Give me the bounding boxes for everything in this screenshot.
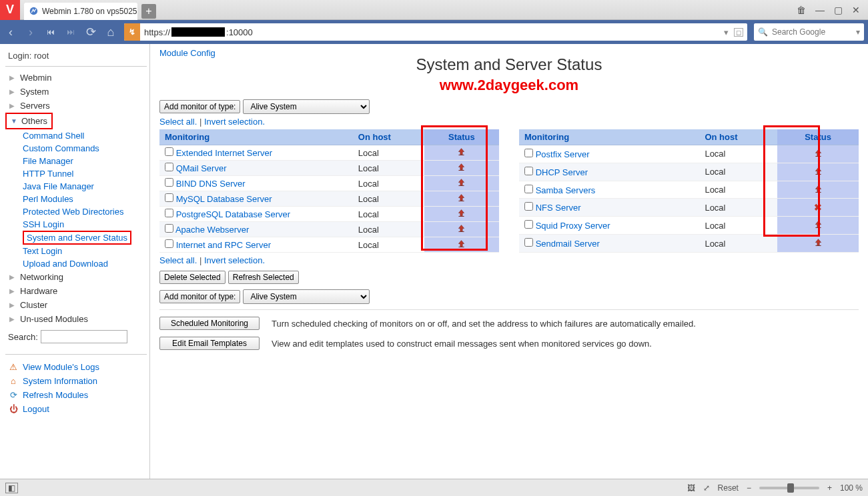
monitor-type-select-top[interactable]: Alive System — [243, 99, 370, 114]
sidebar-item-perl-modules[interactable]: Perl Modules — [23, 193, 147, 205]
monitor-link[interactable]: BIND DNS Server — [176, 179, 246, 189]
sidebar-item-protected-web-dirs[interactable]: Protected Web Directories — [23, 205, 147, 218]
invert-selection-link-bottom[interactable]: Invert selection. — [204, 255, 265, 265]
expand-icon[interactable]: ⤢ — [703, 483, 710, 493]
status-cell — [424, 145, 499, 161]
forward-button[interactable]: › — [24, 25, 37, 39]
delete-selected-button[interactable]: Delete Selected — [159, 271, 226, 284]
row-checkbox[interactable] — [524, 149, 533, 157]
bookmark-icon[interactable]: ◻ — [734, 28, 743, 37]
th-on-host[interactable]: On host — [353, 129, 424, 145]
select-all-link-top[interactable]: Select all. — [159, 117, 197, 127]
monitor-link[interactable]: Samba Servers — [536, 185, 596, 195]
search-label: Search: — [8, 332, 38, 342]
sidebar-item-text-login[interactable]: Text Login — [23, 245, 147, 257]
row-checkbox[interactable] — [165, 193, 173, 202]
table-row: DHCP ServerLocal — [519, 163, 859, 181]
row-checkbox[interactable] — [165, 147, 173, 156]
sidebar-item-system-server-status[interactable]: System and Server Status — [23, 231, 131, 245]
monitor-link[interactable]: Apache Webserver — [175, 225, 249, 235]
th-status[interactable]: Status — [424, 129, 499, 145]
tree-system[interactable]: ▶System — [5, 85, 147, 99]
monitor-link[interactable]: Internet and RPC Server — [176, 240, 271, 250]
tree-unused-modules[interactable]: ▶Un-used Modules — [5, 312, 147, 326]
tree-servers[interactable]: ▶Servers — [5, 99, 147, 113]
link-view-module-logs[interactable]: ⚠View Module's Logs — [5, 360, 147, 374]
sidebar-item-file-manager[interactable]: File Manager — [23, 155, 147, 167]
invert-selection-link-top[interactable]: Invert selection. — [204, 117, 265, 127]
panel-toggle-icon[interactable]: ◧ — [5, 483, 18, 493]
monitor-link[interactable]: PostgreSQL Database Server — [176, 209, 291, 219]
module-config-link[interactable]: Module Config — [159, 48, 215, 58]
minimize-button[interactable]: — — [815, 5, 825, 15]
sidebar-item-ssh-login[interactable]: SSH Login — [23, 218, 147, 231]
reload-button[interactable]: ⟳ — [84, 25, 97, 39]
row-checkbox[interactable] — [165, 209, 173, 217]
monitor-link[interactable]: NFS Server — [536, 203, 581, 213]
rewind-button[interactable]: ⏮ — [44, 27, 57, 37]
sidebar-item-custom-commands[interactable]: Custom Commands — [23, 142, 147, 155]
add-monitor-button-bottom[interactable]: Add monitor of type: — [159, 290, 240, 303]
refresh-selected-button[interactable]: Refresh Selected — [228, 271, 299, 284]
maximize-button[interactable]: ▢ — [834, 5, 843, 15]
back-button[interactable]: ‹ — [4, 25, 17, 39]
monitor-link[interactable]: Postfix Server — [536, 149, 590, 159]
tree-cluster[interactable]: ▶Cluster — [5, 298, 147, 312]
link-refresh-modules[interactable]: ⟳Refresh Modules — [5, 388, 147, 402]
row-checkbox[interactable] — [524, 238, 533, 247]
th-monitoring[interactable]: Monitoring — [159, 129, 353, 145]
th-on-host[interactable]: On host — [699, 129, 777, 145]
image-icon[interactable]: 🖼 — [687, 483, 695, 493]
row-checkbox[interactable] — [524, 185, 533, 193]
address-bar[interactable]: ↯ https:// :10000 ▾ ◻ — [124, 23, 747, 41]
monitor-type-select-bottom[interactable]: Alive System — [243, 289, 370, 304]
dropdown-icon[interactable]: ▾ — [724, 27, 729, 37]
zoom-reset[interactable]: Reset — [718, 483, 739, 493]
sidebar-item-http-tunnel[interactable]: HTTP Tunnel — [23, 167, 147, 180]
sidebar-item-command-shell[interactable]: Command Shell — [23, 129, 147, 142]
zoom-slider[interactable] — [759, 487, 819, 489]
row-checkbox[interactable] — [524, 220, 533, 229]
sidebar-item-java-file-manager[interactable]: Java File Manager — [23, 180, 147, 193]
monitor-link[interactable]: Squid Proxy Server — [536, 221, 610, 231]
tree-networking[interactable]: ▶Networking — [5, 270, 147, 284]
row-checkbox[interactable] — [165, 178, 173, 187]
sidebar-item-upload-download[interactable]: Upload and Download — [23, 257, 147, 270]
select-all-link-bottom[interactable]: Select all. — [159, 255, 197, 265]
row-checkbox[interactable] — [165, 224, 173, 233]
chevron-down-icon[interactable]: ▾ — [856, 27, 860, 37]
search-box[interactable]: 🔍 ▾ — [754, 23, 864, 41]
scheduled-monitoring-button[interactable]: Scheduled Monitoring — [159, 317, 260, 330]
row-checkbox[interactable] — [524, 202, 533, 211]
monitor-link[interactable]: Sendmail Server — [536, 239, 600, 249]
host-cell: Local — [699, 163, 777, 181]
trash-icon[interactable]: 🗑 — [797, 5, 806, 15]
zoom-in-button[interactable]: + — [827, 483, 832, 493]
row-checkbox[interactable] — [165, 239, 173, 248]
row-checkbox[interactable] — [165, 163, 173, 171]
zoom-out-button[interactable]: − — [747, 483, 751, 493]
monitor-link[interactable]: MySQL Database Server — [176, 194, 272, 204]
row-checkbox[interactable] — [524, 167, 533, 175]
tree-others[interactable]: ▼Others — [5, 113, 53, 129]
th-status[interactable]: Status — [777, 129, 859, 145]
monitor-link[interactable]: DHCP Server — [536, 167, 588, 177]
monitor-link[interactable]: QMail Server — [176, 163, 227, 173]
link-system-information[interactable]: ⌂System Information — [5, 374, 147, 388]
browser-tab[interactable]: Webmin 1.780 on vps5025 — [24, 3, 137, 20]
edit-email-templates-button[interactable]: Edit Email Templates — [159, 337, 260, 350]
ffwd-button[interactable]: ⏭ — [64, 27, 77, 37]
monitor-link[interactable]: Extended Internet Server — [176, 148, 273, 158]
home-button[interactable]: ⌂ — [104, 25, 117, 39]
sidebar-search-input[interactable] — [41, 330, 127, 343]
tree-hardware[interactable]: ▶Hardware — [5, 284, 147, 298]
search-input[interactable] — [772, 27, 852, 37]
close-button[interactable]: ✕ — [852, 5, 860, 15]
svg-rect-7 — [459, 247, 464, 247]
new-tab-button[interactable]: + — [141, 4, 156, 19]
url-text: https:// :10000 — [140, 27, 257, 37]
tree-webmin[interactable]: ▶Webmin — [5, 71, 147, 85]
add-monitor-button-top[interactable]: Add monitor of type: — [159, 100, 240, 113]
link-logout[interactable]: ⏻Logout — [5, 402, 147, 416]
th-monitoring[interactable]: Monitoring — [519, 129, 699, 145]
